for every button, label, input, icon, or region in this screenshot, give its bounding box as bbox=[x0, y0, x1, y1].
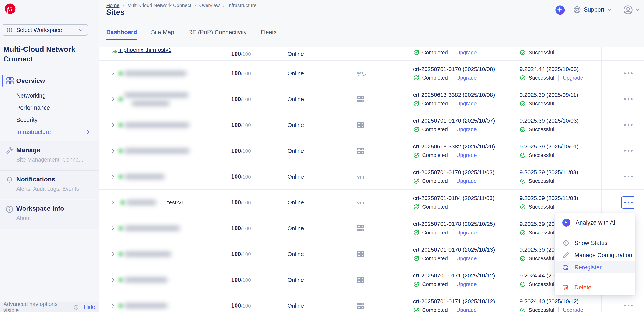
upgrade-link[interactable]: Upgrade bbox=[456, 75, 476, 81]
provider-vmware-icon bbox=[356, 173, 367, 180]
site-name-redacted[interactable] bbox=[118, 246, 184, 262]
tab-re-pop-connectivity[interactable]: RE (PoP) Connectivity bbox=[188, 29, 246, 40]
software-version: crt-20250701-0170 (2025/11/03) bbox=[413, 169, 494, 176]
sidebar-item-manage[interactable]: Manage Site Management, Conne... bbox=[0, 141, 98, 170]
expand-chevron-icon[interactable] bbox=[110, 225, 116, 231]
upgrade-link[interactable]: Upgrade bbox=[456, 230, 476, 236]
breadcrumb-mcn[interactable]: Multi-Cloud Network Connect bbox=[127, 3, 191, 8]
expand-chevron-icon[interactable] bbox=[110, 122, 116, 128]
sidebar-item-workspace-info[interactable]: Workspace Info About bbox=[0, 200, 98, 229]
expand-chevron-icon[interactable] bbox=[110, 200, 116, 205]
row-actions-button[interactable] bbox=[621, 69, 636, 78]
upgrade-link[interactable]: Upgrade bbox=[456, 101, 476, 107]
expand-chevron-icon[interactable] bbox=[110, 71, 116, 76]
site-name-redacted[interactable] bbox=[118, 65, 201, 81]
expand-chevron-icon[interactable] bbox=[110, 303, 116, 308]
site-name-link[interactable]: ir-phoenix-thim-ostv1 bbox=[118, 47, 172, 53]
site-name-redacted[interactable] bbox=[120, 196, 165, 210]
upgrade-link[interactable]: Upgrade bbox=[456, 152, 476, 158]
sidebar-item-performance[interactable]: Performance bbox=[16, 104, 50, 111]
check-sync-icon bbox=[520, 229, 526, 236]
expand-chevron-icon[interactable] bbox=[110, 148, 116, 154]
menu-item-show-status[interactable]: Show Status bbox=[555, 237, 635, 249]
breadcrumb-home[interactable]: Home bbox=[106, 3, 119, 8]
sw-status: Completed bbox=[422, 204, 448, 210]
upgrade-link[interactable]: Upgrade bbox=[456, 255, 476, 261]
expand-chevron-icon[interactable] bbox=[110, 174, 116, 180]
menu-item-label: Show Status bbox=[574, 240, 608, 247]
upgrade-link[interactable]: Upgrade bbox=[456, 126, 476, 132]
site-status: Online bbox=[288, 199, 304, 206]
info-icon bbox=[74, 304, 79, 310]
check-sync-icon bbox=[520, 204, 526, 210]
tab-site-map[interactable]: Site Map bbox=[151, 29, 174, 40]
grid-apps-icon bbox=[6, 27, 12, 33]
site-name-link[interactable]: test-v1 bbox=[167, 199, 184, 206]
tab-dashboard[interactable]: Dashboard bbox=[106, 29, 137, 40]
row-actions-button[interactable] bbox=[621, 301, 636, 311]
sidebar-item-label: Overview bbox=[16, 77, 45, 84]
row-actions-button-active[interactable] bbox=[621, 196, 636, 209]
support-menu[interactable]: Support bbox=[573, 6, 612, 14]
upgrade-link[interactable]: Upgrade bbox=[563, 307, 583, 312]
os-version-cell: 9.2025.39 (20 Successful bbox=[520, 221, 554, 236]
row-actions-button[interactable] bbox=[621, 146, 636, 156]
os-version: 9.2025.39 (2025/10/03) bbox=[520, 117, 579, 124]
breadcrumb-overview[interactable]: Overview bbox=[199, 3, 220, 8]
software-version: crt-20250701-0170 (2025/10/08) bbox=[413, 66, 495, 72]
site-name-redacted[interactable] bbox=[118, 143, 203, 159]
site-status: Online bbox=[288, 148, 304, 154]
site-name-redacted[interactable] bbox=[118, 220, 194, 236]
account-menu[interactable] bbox=[623, 5, 640, 15]
section-label: Workspace Info bbox=[16, 205, 64, 212]
sidebar-item-infrastructure[interactable]: Infrastructure bbox=[16, 129, 51, 135]
software-version-cell: crt-20250701-0170 (2025/10/13) Completed… bbox=[413, 247, 495, 262]
hide-link[interactable]: Hide bbox=[84, 304, 95, 310]
software-version: crt-20250613-3382 (2025/10/08) bbox=[413, 92, 495, 98]
sidebar-item-security[interactable]: Security bbox=[16, 116, 38, 123]
row-actions-button[interactable] bbox=[621, 94, 636, 104]
workspace-selector[interactable]: Select Workspace bbox=[2, 24, 88, 36]
menu-item-reregister[interactable]: Reregister bbox=[555, 261, 635, 273]
sidebar-item-overview[interactable]: Overview bbox=[0, 74, 98, 87]
expand-chevron-icon[interactable] bbox=[110, 251, 116, 257]
breadcrumb-infrastructure[interactable]: Infrastructure bbox=[228, 3, 256, 8]
bell-icon bbox=[5, 176, 14, 184]
tab-fleets[interactable]: Fleets bbox=[261, 29, 276, 40]
site-name-redacted[interactable] bbox=[118, 272, 180, 288]
menu-item-manage-configuration[interactable]: Manage Configuration bbox=[555, 249, 635, 261]
site-status: Online bbox=[288, 251, 304, 257]
ai-assistant-button[interactable] bbox=[555, 5, 565, 15]
check-sync-icon bbox=[520, 307, 526, 312]
upgrade-link[interactable]: Upgrade bbox=[456, 281, 476, 287]
site-name-redacted[interactable] bbox=[118, 169, 176, 185]
check-sync-icon bbox=[520, 255, 526, 262]
upgrade-link[interactable]: Upgrade bbox=[456, 307, 476, 312]
sidebar-item-notifications[interactable]: Notifications Alerts, Audit Logs, Events bbox=[0, 171, 98, 200]
ai-sparkle-icon bbox=[562, 218, 571, 227]
os-version: 9.2024.40 (2025/10/12) bbox=[520, 298, 583, 304]
row-actions-button[interactable] bbox=[621, 120, 636, 130]
upgrade-link[interactable]: Upgrade bbox=[456, 178, 476, 184]
menu-item-delete[interactable]: Delete bbox=[555, 282, 635, 293]
tab-bar: Dashboard Site Map RE (PoP) Connectivity… bbox=[106, 29, 276, 40]
check-sync-icon bbox=[520, 281, 526, 287]
software-version-cell: crt-20250613-3382 (2025/10/20) Completed… bbox=[413, 143, 495, 159]
software-version-cell: crt-20250701-0178 (2025/10/25) Completed… bbox=[413, 221, 495, 236]
row-actions-button[interactable] bbox=[621, 172, 636, 182]
expand-chevron-icon[interactable] bbox=[110, 96, 116, 102]
expand-chevron-icon[interactable] bbox=[110, 277, 116, 283]
upgrade-link[interactable]: Upgrade bbox=[456, 50, 476, 56]
site-name-redacted[interactable] bbox=[118, 298, 180, 312]
os-version-cell: 9.2025.39 (20 Successful bbox=[520, 247, 554, 262]
site-name-redacted[interactable] bbox=[118, 117, 203, 133]
os-version-cell: 9.2025.39 (2025/10/03) Successful bbox=[520, 117, 579, 133]
os-version-cell: 9.2025.39 (2025/10/01) Successful bbox=[520, 143, 579, 159]
menu-item-analyze-with-ai[interactable]: Analyze with AI bbox=[555, 216, 635, 229]
site-name-redacted[interactable] bbox=[118, 89, 201, 110]
site-status: Online bbox=[288, 96, 304, 102]
upgrade-link[interactable]: Upgrade bbox=[563, 75, 583, 81]
software-version: crt-20250701-0178 (2025/10/25) bbox=[413, 221, 495, 227]
software-version-cell: crt-20250701-0184 (2025/11/03) Completed bbox=[413, 195, 494, 210]
sidebar-item-networking[interactable]: Networking bbox=[16, 92, 46, 99]
